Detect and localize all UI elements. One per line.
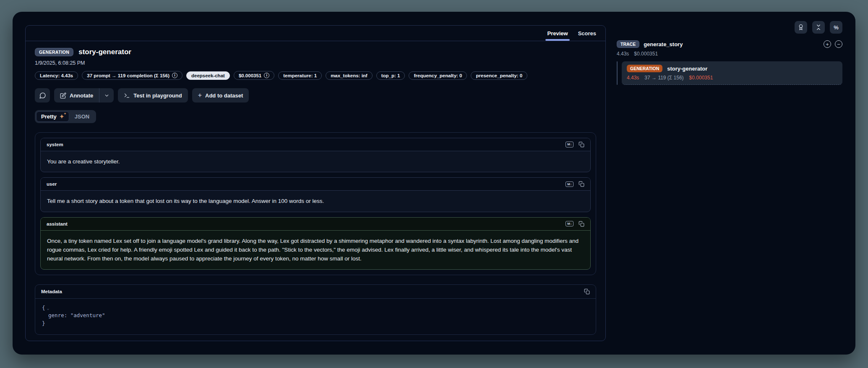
generation-badge: GENERATION (627, 65, 662, 72)
message-role: system (47, 142, 63, 147)
cost-label: $0.000351 (239, 73, 261, 78)
json-open-brace: { (42, 305, 45, 311)
top-p-pill: top_p: 1 (376, 71, 405, 80)
metadata-json: {⌄ genre: "adventure" } (35, 299, 596, 334)
cost-pill[interactable]: $0.000351 i (234, 71, 274, 80)
collapse-caret-icon[interactable]: ⌄ (47, 306, 50, 310)
user-message: user M↓ Tell me a short story about a to… (40, 177, 591, 212)
node-cost: $0.000351 (689, 75, 713, 81)
assistant-message: assistant M↓ Once, a tiny token named Le… (40, 217, 591, 270)
chevron-down-icon (104, 93, 109, 98)
playground-label: Test in playground (133, 92, 182, 99)
token-usage-label: 37 prompt → 119 completion (Σ 156) (87, 73, 169, 78)
metadata-panel: Metadata {⌄ genre: "adventure" } (35, 284, 596, 335)
page-title: story-generator (78, 48, 131, 56)
info-icon[interactable]: i (172, 73, 177, 78)
trace-tree: GENERATION story-generator 4.43s 37 → 11… (617, 61, 842, 85)
trace-metrics: 4.43s $0.000351 (617, 51, 842, 57)
message-content: Tell me a short story about a token that… (41, 191, 590, 211)
observation-pills: Latency: 4.43s 37 prompt → 119 completio… (35, 71, 596, 80)
add-to-dataset-label: Add to dataset (205, 92, 243, 99)
message-content: Once, a tiny token named Lex set off to … (41, 231, 590, 269)
sparkles-icon: ✦ (60, 114, 64, 119)
trace-root-row[interactable]: TRACE generate_story + − (617, 40, 842, 48)
json-close-brace: } (42, 320, 45, 326)
observation-type-badge: GENERATION (35, 48, 73, 56)
add-to-dataset-button[interactable]: + Add to dataset (192, 88, 249, 103)
observation-toolbar: Annotate (35, 88, 596, 103)
comment-icon (39, 92, 46, 99)
preview-tabs: Preview Scores (26, 26, 605, 41)
observation-timestamp: 1/9/2025, 6:08:25 PM (35, 60, 596, 66)
copy-icon[interactable] (579, 142, 584, 147)
comment-button[interactable] (35, 88, 50, 103)
plus-icon: + (198, 92, 202, 99)
collapse-vertical-icon (815, 24, 822, 31)
app-window: Preview Scores GENERATION story-generato… (13, 12, 855, 355)
annotate-dropdown-button[interactable] (99, 88, 114, 103)
observation-preview-panel: Preview Scores GENERATION story-generato… (25, 25, 606, 341)
pretty-label: Pretty (41, 113, 57, 120)
playground-button[interactable]: Test in playground (118, 88, 188, 103)
temperature-pill: temperature: 1 (278, 71, 322, 80)
node-tokens: 37 → 119 (Σ 156) (644, 75, 683, 81)
markdown-toggle-icon[interactable]: M↓ (566, 221, 573, 227)
tab-preview[interactable]: Preview (542, 26, 573, 41)
metadata-title: Metadata (41, 289, 62, 294)
messages-container: system M↓ You are a creative storyteller… (35, 132, 596, 275)
json-genre-line: genre: "adventure" (42, 312, 105, 318)
tree-guide-line (617, 61, 618, 85)
annotate-split-button: Annotate (54, 88, 114, 103)
toggle-percent-button[interactable]: % (830, 21, 842, 34)
collapse-tree-button[interactable] (812, 21, 825, 34)
trace-badge: TRACE (617, 40, 639, 48)
view-mode-toggle: Pretty ✦ JSON (35, 110, 96, 123)
trace-name: generate_story (644, 41, 683, 47)
collapse-all-icon[interactable]: − (835, 40, 842, 48)
trace-tree-sidebar: % TRACE generate_story + − 4.43s $0.0003… (617, 21, 842, 85)
token-usage-pill[interactable]: 37 prompt → 119 completion (Σ 156) i (82, 71, 182, 80)
latency-pill: Latency: 4.43s (35, 71, 78, 80)
award-icon (798, 24, 804, 31)
expand-all-icon[interactable]: + (824, 40, 831, 48)
max-tokens-pill: max_tokens: inf (326, 71, 373, 80)
node-latency: 4.43s (627, 75, 639, 81)
percent-icon: % (834, 24, 839, 31)
copy-icon[interactable] (579, 221, 584, 227)
frequency-penalty-pill: frequency_penalty: 0 (409, 71, 467, 80)
system-message: system M↓ You are a creative storyteller… (40, 138, 591, 172)
annotate-button[interactable]: Annotate (54, 88, 99, 103)
info-icon[interactable]: i (264, 73, 269, 78)
observation-content: GENERATION story-generator 1/9/2025, 6:0… (26, 41, 605, 335)
trace-cost: $0.000351 (634, 51, 658, 57)
copy-icon[interactable] (579, 181, 584, 187)
json-view-tab[interactable]: JSON (69, 112, 95, 121)
pretty-view-tab[interactable]: Pretty ✦ (36, 111, 69, 122)
edit-icon (60, 92, 66, 99)
terminal-icon (124, 92, 130, 99)
model-pill[interactable]: deepseek-chat (186, 71, 230, 80)
annotate-label: Annotate (70, 92, 93, 99)
trace-latency: 4.43s (617, 51, 629, 57)
copy-icon[interactable] (584, 289, 590, 294)
message-content: You are a creative storyteller. (41, 151, 590, 172)
tab-scores[interactable]: Scores (573, 26, 601, 41)
tree-node-story-generator[interactable]: GENERATION story-generator 4.43s 37 → 11… (622, 61, 842, 85)
message-role: assistant (47, 221, 68, 226)
markdown-toggle-icon[interactable]: M↓ (566, 142, 573, 147)
markdown-toggle-icon[interactable]: M↓ (566, 181, 573, 187)
annotate-scores-button[interactable] (795, 21, 807, 34)
message-role: user (47, 181, 57, 187)
presence-penalty-pill: presence_penalty: 0 (471, 71, 527, 80)
sidebar-actions: % (617, 21, 842, 34)
node-name: story-generator (667, 66, 707, 72)
